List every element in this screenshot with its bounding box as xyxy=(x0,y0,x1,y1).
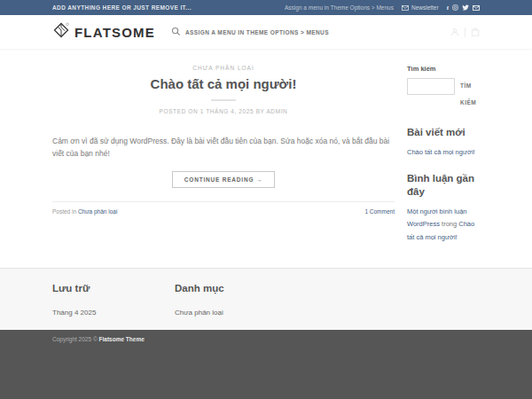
theme-credit-link[interactable]: Flatsome Theme xyxy=(99,336,145,342)
categories-title: Danh mục xyxy=(175,283,297,293)
footer-widgets: Lưu trữ Tháng 4 2025 Danh mục Chưa phân … xyxy=(0,268,532,330)
post-meta: POSTED ON 1 THÁNG 4, 2025 BY ADMIN xyxy=(52,108,395,114)
post-category-link[interactable]: CHƯA PHÂN LOẠI xyxy=(192,65,254,71)
account-icon[interactable] xyxy=(450,24,459,40)
newsletter-link[interactable]: Newsletter xyxy=(402,4,439,11)
list-item: Chào tất cả mọi người! xyxy=(407,146,480,159)
topbar-menu-notice-link[interactable]: Assign a menu in Theme Options > Menus xyxy=(285,4,394,11)
instagram-icon[interactable] xyxy=(452,4,458,11)
posted-in-label: Posted in xyxy=(52,208,76,215)
top-bar: ADD ANYTHING HERE OR JUST REMOVE IT... A… xyxy=(0,0,532,15)
facebook-icon[interactable]: f xyxy=(447,4,449,12)
blog-post: CHƯA PHÂN LOẠI Chào tất cả mọi người! PO… xyxy=(52,65,395,258)
category-link[interactable]: Chưa phân loại xyxy=(175,309,223,317)
comment-connector: trong xyxy=(442,220,457,228)
sidebar: Tìm kiếm TÌM KIẾM Bài viết mới Chào tất … xyxy=(407,65,480,258)
recent-comments-widget: Bình luận gần đây Một người bình luận Wo… xyxy=(407,172,480,244)
copyright-bar: Copyright 2025 © Flatsome Theme xyxy=(0,330,532,399)
cart-icon[interactable] xyxy=(471,24,480,40)
continue-reading-button[interactable]: CONTINUE READING → xyxy=(172,171,275,188)
search-widget: Tìm kiếm TÌM KIẾM xyxy=(407,65,480,112)
copyright-text: Copyright 2025 © xyxy=(52,336,99,342)
search-widget-title: Tìm kiếm xyxy=(407,65,480,73)
archive-link[interactable]: Tháng 4 2025 xyxy=(52,309,96,317)
recent-comments-title: Bình luận gần đây xyxy=(407,172,480,199)
newsletter-label: Newsletter xyxy=(411,4,439,11)
search-icon[interactable] xyxy=(171,24,181,40)
logo-text: FLATSOME xyxy=(74,25,155,40)
recent-post-link[interactable]: Chào tất cả mọi người! xyxy=(407,148,475,156)
recent-comment-item: Một người bình luận WordPress trong Chào… xyxy=(407,206,480,244)
envelope-icon xyxy=(402,5,409,11)
flatsome-gem-icon xyxy=(52,21,70,43)
post-excerpt: Cảm ơn vì đã sử dụng WordPress. Đây là b… xyxy=(52,135,395,160)
recent-posts-widget: Bài viết mới Chào tất cả mọi người! xyxy=(407,126,480,158)
nav-menu-placeholder[interactable]: ASSIGN A MENU IN THEME OPTIONS > MENUS xyxy=(185,29,329,35)
main-content: CHƯA PHÂN LOẠI Chào tất cả mọi người! PO… xyxy=(0,49,532,268)
email-icon[interactable] xyxy=(473,5,480,11)
title-divider xyxy=(211,99,236,101)
post-footer-meta: Posted in Chưa phân loại 1 Comment xyxy=(52,201,395,215)
posted-in-category-link[interactable]: Chưa phân loại xyxy=(78,208,117,215)
search-submit-button[interactable]: TÌM KIẾM xyxy=(460,78,480,112)
site-logo[interactable]: FLATSOME xyxy=(52,21,155,43)
site-header: FLATSOME ASSIGN A MENU IN THEME OPTIONS … xyxy=(0,15,532,49)
twitter-icon[interactable] xyxy=(462,4,469,11)
header-divider xyxy=(465,27,466,37)
post-title[interactable]: Chào tất cả mọi người! xyxy=(52,76,395,91)
categories-widget: Danh mục Chưa phân loại xyxy=(175,283,297,318)
recent-posts-title: Bài viết mới xyxy=(407,126,480,139)
search-input[interactable] xyxy=(407,78,455,95)
topbar-message: ADD ANYTHING HERE OR JUST REMOVE IT... xyxy=(52,4,192,11)
archives-widget: Lưu trữ Tháng 4 2025 xyxy=(52,283,175,318)
comment-count-link[interactable]: 1 Comment xyxy=(364,208,395,215)
archives-title: Lưu trữ xyxy=(52,283,175,293)
